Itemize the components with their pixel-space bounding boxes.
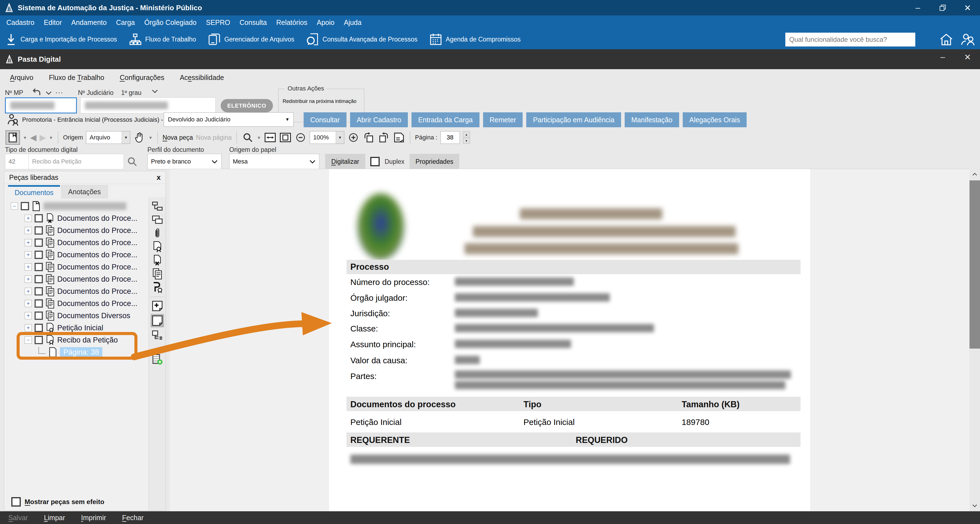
toolbar-gerenciador-arquivos[interactable]: Gerenciador de Arquivos <box>208 33 294 45</box>
toolbar-carga-importacao[interactable]: Carga e Importação de Processos <box>6 33 117 45</box>
tab-anotacoes[interactable]: Anotações <box>61 185 108 198</box>
expand-icon[interactable] <box>25 288 32 295</box>
tree-checkbox[interactable] <box>35 299 43 307</box>
menu-editor[interactable]: Editor <box>39 16 66 29</box>
tab-documentos[interactable]: Documentos <box>8 185 60 198</box>
document-seal-icon[interactable] <box>152 241 163 252</box>
rotate-right-icon[interactable] <box>363 131 375 143</box>
digitalizar-button[interactable]: Digitalizar <box>325 154 365 169</box>
tree-item-documentos-processo[interactable]: Documentos do Proce... <box>11 225 149 237</box>
propriedades-button[interactable]: Propriedades <box>409 154 460 169</box>
collapse-icon[interactable] <box>11 202 18 210</box>
document-copy-icon[interactable] <box>152 268 163 279</box>
tree-checkbox[interactable] <box>21 202 29 210</box>
tree-item-documentos-processo[interactable]: Documentos do Proce... <box>11 285 149 298</box>
tree-item-documentos-processo[interactable]: Documentos do Proce... <box>11 261 149 273</box>
pasta-menu-acessibilidade[interactable]: Acessibilidade <box>180 73 224 81</box>
menu-andamento[interactable]: Andamento <box>67 16 111 29</box>
page-spinner[interactable]: ▲▼ <box>463 131 470 143</box>
pasta-menu-configuracoes[interactable]: Configurações <box>120 73 164 81</box>
origem-select[interactable]: Arquivo▼ <box>86 131 130 144</box>
tree-checkbox[interactable] <box>35 251 43 259</box>
imprimir-button[interactable]: Imprimir <box>81 514 106 522</box>
fechar-button[interactable]: Fechar <box>122 514 144 522</box>
tipo-code-input[interactable]: 42 <box>5 154 29 169</box>
menu-cadastro[interactable]: Cadastro <box>2 16 39 29</box>
toolbar-consulta-avancada[interactable]: Consulta Avançada de Processos <box>306 33 418 46</box>
expand-icon[interactable] <box>25 312 32 319</box>
users-icon[interactable] <box>961 33 975 46</box>
chevron-down-icon[interactable] <box>151 89 158 94</box>
dropdown-arrow-icon[interactable]: ▼ <box>148 135 153 140</box>
expand-icon[interactable] <box>25 227 32 234</box>
menu-ajuda[interactable]: Ajuda <box>339 16 366 29</box>
page-layout-icon[interactable] <box>393 131 405 143</box>
menu-sepro[interactable]: SEPRO <box>201 16 235 29</box>
redistribuir-action[interactable]: Redistribuir na próxima intimação <box>283 99 356 104</box>
pasta-minimize-icon[interactable]: – <box>930 49 955 65</box>
fila-select[interactable]: Devolvido ao Judiciário▼ <box>164 112 294 127</box>
more-options-icon[interactable]: ... <box>55 86 63 95</box>
previous-icon[interactable]: ◀ <box>30 133 37 142</box>
tree-checkbox[interactable] <box>35 214 43 223</box>
mostrar-pecas-row[interactable]: Mostrar peças sem efeito <box>11 497 104 506</box>
toolbar-fluxo-trabalho[interactable]: Fluxo de Trabalho <box>129 33 196 45</box>
expand-icon[interactable] <box>25 276 32 283</box>
signature-seal-icon[interactable] <box>152 282 163 293</box>
tree-item-documentos-processo[interactable]: Documentos do Proce... <box>11 249 149 261</box>
search-input[interactable] <box>785 33 915 46</box>
rotate-left-icon[interactable] <box>378 131 390 143</box>
close-icon[interactable]: ✕ <box>955 0 980 16</box>
restore-icon[interactable] <box>930 0 955 16</box>
tipo-nome-input[interactable]: Recibo da Petição <box>29 154 124 169</box>
hierarchy-icon[interactable] <box>152 201 163 212</box>
tree-item-documentos-processo[interactable]: Documentos do Proce... <box>11 273 149 285</box>
magnifier-icon[interactable] <box>242 131 254 143</box>
tree-checkbox[interactable] <box>35 287 43 295</box>
cascade-windows-icon[interactable] <box>152 214 163 225</box>
page-number-input[interactable] <box>441 131 460 144</box>
zoom-select[interactable]: 100%▼ <box>310 131 344 144</box>
dropdown-arrow-icon[interactable]: ▼ <box>23 135 27 140</box>
scroll-up-icon[interactable] <box>969 169 980 180</box>
menu-orgao-colegiado[interactable]: Órgão Colegiado <box>140 16 201 29</box>
perfil-select[interactable]: Preto e branco <box>147 154 221 169</box>
tree-checkbox[interactable] <box>35 324 43 332</box>
fit-width-icon[interactable] <box>264 131 276 143</box>
dropdown-arrow-icon[interactable]: ▼ <box>257 135 261 140</box>
zoom-in-icon[interactable] <box>347 131 360 143</box>
tree-checkbox[interactable] <box>35 275 43 283</box>
scrollbar-thumb[interactable] <box>969 180 980 349</box>
tree-item-documentos-processo[interactable]: Documentos do Proce... <box>11 212 149 225</box>
chevron-down-icon[interactable] <box>45 91 52 95</box>
document-mode-button[interactable] <box>6 130 20 145</box>
vertical-scrollbar[interactable] <box>969 169 980 511</box>
papel-select[interactable]: Mesa <box>229 154 320 169</box>
undo-icon[interactable] <box>32 88 41 96</box>
expand-icon[interactable] <box>25 263 32 271</box>
menu-apoio[interactable]: Apoio <box>312 16 339 29</box>
menu-carga[interactable]: Carga <box>111 16 140 29</box>
limpar-button[interactable]: Limpar <box>44 514 65 522</box>
consultar-button[interactable]: Consultar <box>304 112 347 127</box>
toolbar-agenda[interactable]: Agenda de Compromissos <box>430 33 521 45</box>
fit-page-icon[interactable] <box>279 131 291 143</box>
alegacoes-orais-button[interactable]: Alegações Orais <box>683 112 747 127</box>
expand-icon[interactable] <box>25 324 32 331</box>
document-x-icon[interactable] <box>152 255 163 266</box>
tree-checkbox[interactable] <box>35 239 43 247</box>
tree-item-documentos-processo[interactable]: Documentos do Proce... <box>11 237 149 249</box>
menu-consulta[interactable]: Consulta <box>235 16 272 29</box>
scroll-down-icon[interactable] <box>969 500 980 511</box>
zoom-out-icon[interactable] <box>294 131 307 143</box>
minimize-icon[interactable]: – <box>905 0 930 16</box>
hand-tool-icon[interactable] <box>133 131 145 143</box>
nova-peca-button[interactable]: Nova peça <box>162 134 193 142</box>
tree-checkbox[interactable] <box>35 312 43 320</box>
remeter-button[interactable]: Remeter <box>483 112 523 127</box>
participacao-audiencia-button[interactable]: Participação em Audiência <box>526 112 621 127</box>
manifestacao-button[interactable]: Manifestação <box>625 112 679 127</box>
pasta-menu-fluxo[interactable]: Fluxo de Trabalho <box>49 73 104 81</box>
judiciario-number-input[interactable] <box>80 97 216 113</box>
paperclip-icon[interactable] <box>152 228 163 239</box>
